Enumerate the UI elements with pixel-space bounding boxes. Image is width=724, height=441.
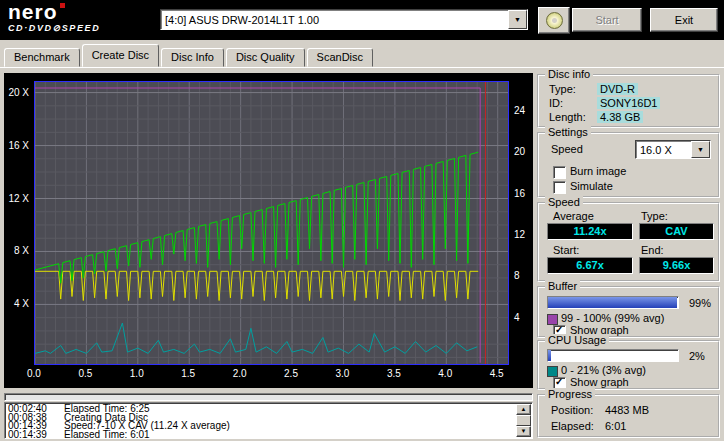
disc-id-label: ID: (549, 97, 563, 109)
disc-icon (546, 12, 563, 29)
nero-logo-dot (60, 3, 65, 8)
disc-length-label: Length: (549, 111, 586, 123)
tab-disc-info[interactable]: Disc Info (161, 48, 224, 67)
position-value: 4483 MB (605, 404, 649, 416)
cpu-legend-label: 0 - 21% (3% avg) (561, 364, 646, 376)
speed-select-value: 16.0 X (640, 144, 672, 156)
position-label: Position: (551, 404, 593, 416)
tab-disc-quality[interactable]: Disc Quality (226, 48, 305, 67)
burn-progress-bar (4, 393, 533, 401)
axis-tick-label: 1.0 (130, 368, 144, 379)
log-text: Elapsed Time: 6:01 (64, 431, 150, 440)
start-speed-value: 6.67x (547, 257, 633, 274)
elapsed-label: Elapsed: (551, 420, 594, 432)
start-speed-label: Start: (553, 244, 579, 256)
axis-tick-label: 8 (514, 270, 520, 281)
axis-tick-label: 0.5 (78, 368, 92, 379)
chart-canvas (35, 82, 508, 364)
log-row: 00:14:39 Elapsed Time: 6:01 (8, 431, 530, 440)
tab-benchmark[interactable]: Benchmark (4, 48, 80, 67)
scroll-down-icon[interactable]: ▼ (516, 426, 531, 437)
buffer-legend-label: 99 - 100% (99% avg) (561, 312, 664, 324)
axis-tick-label: 16 X (8, 140, 29, 151)
axis-tick-label: 3.5 (387, 368, 401, 379)
log-time: 00:14:39 (8, 431, 64, 440)
cpu-percent: 2% (689, 350, 705, 362)
axis-tick-label: 1.5 (181, 368, 195, 379)
simulate-label: Simulate (570, 180, 613, 192)
scrollbar-thumb[interactable] (516, 415, 531, 426)
group-title: Settings (545, 126, 591, 138)
buffer-percent: 99% (689, 297, 711, 309)
cd-dvd-speed-logo-text: CD·DVD⊘SPEED (8, 24, 100, 33)
type-label: Type: (641, 210, 668, 222)
chevron-down-icon[interactable]: ▼ (508, 10, 527, 29)
burn-image-label: Burn image (570, 165, 626, 177)
drive-selector-value: [4:0] ASUS DRW-2014L1T 1.00 (165, 14, 319, 26)
nero-logo-text: nero (8, 0, 58, 23)
event-log[interactable]: 00:02:40 Elapsed Time: 6:25 00:08:38 Cre… (4, 402, 533, 439)
chart-plot (34, 81, 509, 365)
title-bar: nero CD·DVD⊘SPEED [4:0] ASUS DRW-2014L1T… (0, 0, 724, 40)
tab-panel-edge (0, 67, 724, 68)
group-title: Progress (545, 388, 595, 400)
average-speed-value: 11.24x (547, 223, 633, 240)
axis-tick-label: 4 X (14, 298, 29, 309)
tab-scandisc[interactable]: ScanDisc (307, 48, 373, 67)
axis-tick-label: 2.5 (284, 368, 298, 379)
scroll-up-icon[interactable]: ▲ (516, 404, 531, 415)
disc-tool-button[interactable] (538, 7, 570, 34)
disc-type-value: DVD-R (597, 83, 638, 95)
axis-tick-label: 16 (514, 188, 525, 199)
end-speed-label: End: (641, 244, 664, 256)
end-speed-value: 9.66x (639, 257, 714, 274)
simulate-checkbox[interactable] (553, 181, 566, 194)
y-axis-right: 2420161284 (511, 82, 533, 364)
axis-tick-label: 8 X (14, 245, 29, 256)
y-axis-left: 20 X16 X12 X8 X4 X (4, 82, 32, 364)
cpu-usage-fill (548, 350, 551, 361)
series-secondary-speed (35, 271, 478, 300)
group-title: Disc info (545, 68, 593, 80)
progress-group: Progress Position: 4483 MB Elapsed: 6:01 (537, 394, 720, 438)
disc-type-label: Type: (549, 83, 576, 95)
disc-length-value: 4.38 GB (597, 111, 643, 123)
speed-group: Speed Average Type: 11.24x CAV Start: En… (537, 202, 720, 282)
burn-image-checkbox[interactable] (553, 166, 566, 179)
exit-button[interactable]: Exit (650, 8, 718, 32)
nero-cd-dvd-speed-window: nero CD·DVD⊘SPEED [4:0] ASUS DRW-2014L1T… (0, 0, 724, 441)
cpu-usage-bar (547, 349, 679, 362)
speed-select[interactable]: 16.0 X ▼ (635, 140, 711, 159)
axis-tick-label: 4.5 (490, 368, 504, 379)
elapsed-value: 6:01 (605, 420, 626, 432)
tab-strip: Benchmark Create Disc Disc Info Disc Qua… (4, 46, 375, 67)
axis-tick-label: 12 X (8, 193, 29, 204)
axis-tick-label: 3.0 (335, 368, 349, 379)
cpu-show-graph-label: Show graph (570, 376, 629, 388)
axis-tick-label: 24 (514, 105, 525, 116)
speed-label: Speed (551, 143, 583, 155)
speed-type-value: CAV (639, 223, 714, 240)
nero-logo: nero CD·DVD⊘SPEED (8, 1, 100, 33)
cpu-usage-group: CPU Usage 2% 0 - 21% (3% avg) Show graph (537, 340, 720, 390)
log-scrollbar[interactable]: ▲ ▼ (516, 404, 531, 437)
axis-tick-label: 12 (514, 229, 525, 240)
x-axis-labels: 0.00.51.01.52.02.53.03.54.04.5 (35, 368, 510, 382)
axis-tick-label: 2.0 (233, 368, 247, 379)
axis-tick-label: 4 (514, 312, 520, 323)
average-label: Average (553, 210, 594, 222)
group-title: CPU Usage (545, 334, 609, 346)
buffer-group: Buffer 99% 99 - 100% (99% avg) Show grap… (537, 286, 720, 338)
start-button[interactable]: Start (572, 8, 642, 32)
speed-chart: 20 X16 X12 X8 X4 X 2420161284 0.00.51.01… (4, 73, 533, 388)
buffer-level-fill (548, 297, 677, 308)
axis-tick-label: 4.0 (438, 368, 452, 379)
group-title: Speed (545, 196, 583, 208)
drive-selector[interactable]: [4:0] ASUS DRW-2014L1T 1.00 ▼ (160, 9, 528, 30)
axis-tick-label: 20 (514, 146, 525, 157)
axis-tick-label: 20 X (8, 87, 29, 98)
chevron-down-icon[interactable]: ▼ (691, 141, 710, 158)
group-title: Buffer (545, 280, 580, 292)
buffer-level-bar (547, 296, 679, 309)
tab-create-disc[interactable]: Create Disc (82, 44, 159, 67)
